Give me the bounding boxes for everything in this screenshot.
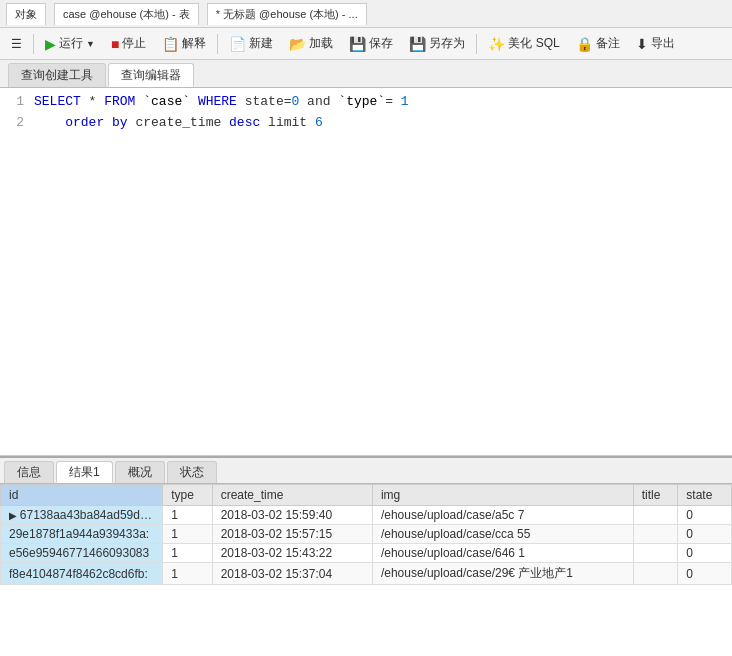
- tab-query-builder[interactable]: 查询创建工具: [8, 63, 106, 87]
- hamburger-menu[interactable]: ☰: [4, 31, 29, 57]
- tab-status[interactable]: 状态: [167, 461, 217, 483]
- title-tab-objects[interactable]: 对象: [6, 3, 46, 25]
- run-icon: ▶: [45, 36, 56, 52]
- cell-id: 67138aa43ba84ad59d7fc!: [1, 506, 163, 525]
- export-icon: ⬇: [636, 36, 648, 52]
- cell-state: 0: [678, 525, 732, 544]
- bottom-panel: 信息 结果1 概况 状态 id type create_time img: [0, 456, 732, 656]
- export-label: 导出: [651, 35, 675, 52]
- code-line-2: order by create_time desc limit 6: [34, 113, 724, 134]
- tab-overview[interactable]: 概况: [115, 461, 165, 483]
- cell-id: f8e4104874f8462c8cd6fb:: [1, 563, 163, 585]
- cell-type: 1: [163, 525, 213, 544]
- backup-icon: 🔒: [576, 36, 593, 52]
- main-content: 1 2 SELECT * FROM `case` WHERE state=0 a…: [0, 88, 732, 656]
- table-row: f8e4104874f8462c8cd6fb:12018-03-02 15:37…: [1, 563, 732, 585]
- line-numbers: 1 2: [8, 92, 24, 451]
- new-icon: 📄: [229, 36, 246, 52]
- cell-title: [633, 506, 678, 525]
- table-row: 29e1878f1a944a939433a:12018-03-02 15:57:…: [1, 525, 732, 544]
- tab-query-editor[interactable]: 查询编辑器: [108, 63, 194, 87]
- toolbar-tabs: 查询创建工具 查询编辑器: [0, 60, 732, 88]
- result-tabs: 信息 结果1 概况 状态: [0, 458, 732, 484]
- beautify-label: 美化 SQL: [508, 35, 559, 52]
- cell-img: /ehouse/upload/case/646 1: [372, 544, 633, 563]
- code-line-1: SELECT * FROM `case` WHERE state=0 and `…: [34, 92, 724, 113]
- col-header-state: state: [678, 485, 732, 506]
- tab-result1[interactable]: 结果1: [56, 461, 113, 483]
- table-row: e56e9594677146609308312018-03-02 15:43:2…: [1, 544, 732, 563]
- new-label: 新建: [249, 35, 273, 52]
- col-header-type: type: [163, 485, 213, 506]
- menu-bar: ☰ ▶ 运行 ▼ ■ 停止 📋 解释 📄 新建 📂 加载 💾 保存 💾 另存为 …: [0, 28, 732, 60]
- cell-state: 0: [678, 506, 732, 525]
- explain-label: 解释: [182, 35, 206, 52]
- saveas-icon: 💾: [409, 36, 426, 52]
- save-button[interactable]: 💾 保存: [342, 31, 400, 57]
- explain-button[interactable]: 📋 解释: [155, 31, 213, 57]
- title-bar: 对象 case @ehouse (本地) - 表 * 无标题 @ehouse (…: [0, 0, 732, 28]
- col-header-create-time: create_time: [212, 485, 372, 506]
- cell-img: /ehouse/upload/case/cca 55: [372, 525, 633, 544]
- stop-label: 停止: [122, 35, 146, 52]
- col-header-title: title: [633, 485, 678, 506]
- cell-img: /ehouse/upload/case/a5c 7: [372, 506, 633, 525]
- cell-state: 0: [678, 563, 732, 585]
- col-header-id: id: [1, 485, 163, 506]
- cell-create-time: 2018-03-02 15:59:40: [212, 506, 372, 525]
- run-dropdown-icon: ▼: [86, 39, 95, 49]
- title-tab-query[interactable]: * 无标题 @ehouse (本地) - ...: [207, 3, 367, 25]
- result-table-container[interactable]: id type create_time img title state 6713…: [0, 484, 732, 656]
- separator-2: [217, 34, 218, 54]
- separator-3: [476, 34, 477, 54]
- load-icon: 📂: [289, 36, 306, 52]
- save-icon: 💾: [349, 36, 366, 52]
- cell-type: 1: [163, 544, 213, 563]
- cell-title: [633, 544, 678, 563]
- load-button[interactable]: 📂 加载: [282, 31, 340, 57]
- backup-button[interactable]: 🔒 备注: [569, 31, 627, 57]
- cell-id: e56e95946771466093083: [1, 544, 163, 563]
- stop-icon: ■: [111, 36, 119, 52]
- explain-icon: 📋: [162, 36, 179, 52]
- export-button[interactable]: ⬇ 导出: [629, 31, 682, 57]
- cell-title: [633, 563, 678, 585]
- backup-label: 备注: [596, 35, 620, 52]
- stop-button[interactable]: ■ 停止: [104, 31, 153, 57]
- load-label: 加载: [309, 35, 333, 52]
- run-button[interactable]: ▶ 运行 ▼: [38, 31, 102, 57]
- saveas-button[interactable]: 💾 另存为: [402, 31, 472, 57]
- col-header-img: img: [372, 485, 633, 506]
- save-label: 保存: [369, 35, 393, 52]
- cell-id: 29e1878f1a944a939433a:: [1, 525, 163, 544]
- title-tab-table[interactable]: case @ehouse (本地) - 表: [54, 3, 199, 25]
- cell-create-time: 2018-03-02 15:43:22: [212, 544, 372, 563]
- cell-title: [633, 525, 678, 544]
- beautify-icon: ✨: [488, 36, 505, 52]
- cell-state: 0: [678, 544, 732, 563]
- cell-img: /ehouse/upload/case/29€ 产业地产1: [372, 563, 633, 585]
- editor-wrapper: 1 2 SELECT * FROM `case` WHERE state=0 a…: [0, 88, 732, 456]
- beautify-button[interactable]: ✨ 美化 SQL: [481, 31, 566, 57]
- cell-type: 1: [163, 563, 213, 585]
- table-row: 67138aa43ba84ad59d7fc!12018-03-02 15:59:…: [1, 506, 732, 525]
- tab-info[interactable]: 信息: [4, 461, 54, 483]
- separator-1: [33, 34, 34, 54]
- code-content: SELECT * FROM `case` WHERE state=0 and `…: [34, 92, 724, 451]
- hamburger-icon: ☰: [11, 37, 22, 51]
- cell-create-time: 2018-03-02 15:57:15: [212, 525, 372, 544]
- new-button[interactable]: 📄 新建: [222, 31, 280, 57]
- result-table: id type create_time img title state 6713…: [0, 484, 732, 585]
- cell-type: 1: [163, 506, 213, 525]
- saveas-label: 另存为: [429, 35, 465, 52]
- cell-create-time: 2018-03-02 15:37:04: [212, 563, 372, 585]
- run-label: 运行: [59, 35, 83, 52]
- sql-editor[interactable]: 1 2 SELECT * FROM `case` WHERE state=0 a…: [0, 88, 732, 456]
